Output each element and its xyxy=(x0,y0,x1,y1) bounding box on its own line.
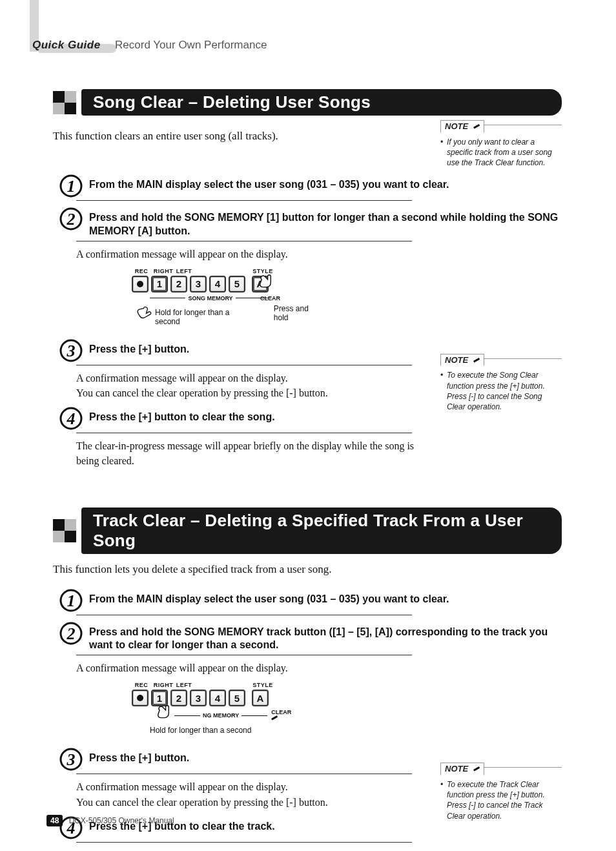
note-label: NOTE xyxy=(440,120,484,133)
section1-heading: Song Clear – Deleting User Songs xyxy=(81,89,562,116)
step3-text: Press the [+] button. xyxy=(89,339,435,356)
step4-text: Press the [+] button to clear the song. xyxy=(89,407,435,424)
svg-text:3: 3 xyxy=(67,342,76,360)
s2-step2-body: A confirmation message will appear on th… xyxy=(76,661,425,675)
svg-text:2: 2 xyxy=(67,210,76,229)
note-text: To execute the Track Clear function pres… xyxy=(440,779,562,821)
button-3: 3 xyxy=(190,276,207,292)
label-rec: REC xyxy=(130,268,152,274)
button-4: 4 xyxy=(209,276,226,292)
hand-icon xyxy=(155,702,172,722)
label-right: RIGHT xyxy=(152,682,174,688)
footer-text: DGX-505/305 Owner's Manual xyxy=(69,816,174,825)
button-5: 5 xyxy=(229,690,245,706)
button-5: 5 xyxy=(229,276,245,292)
section2-note: NOTE To execute the Track Clear function… xyxy=(440,767,562,821)
hand-icon xyxy=(137,304,152,322)
label-right: RIGHT xyxy=(152,268,174,274)
label-left: LEFT xyxy=(174,268,194,274)
label-rec: REC xyxy=(130,682,152,688)
step3-body2: You can cancel the clear operation by pr… xyxy=(76,385,425,400)
section2-heading: Track Clear – Deleting a Specified Track… xyxy=(81,508,562,554)
section1-note1: NOTE If you only want to clear a specifi… xyxy=(440,125,562,168)
step-rule xyxy=(76,433,412,433)
step-rule xyxy=(76,241,412,241)
button-1: 1 xyxy=(151,276,168,292)
checker-icon xyxy=(53,519,76,542)
page-footer: 48 DGX-505/305 Owner's Manual xyxy=(46,815,174,826)
caption-hold: Hold for longer than a second xyxy=(150,726,298,735)
s2-step3-text: Press the [+] button. xyxy=(89,748,435,765)
label-left: LEFT xyxy=(174,682,194,688)
section-heading-row: Song Clear – Deleting User Songs xyxy=(53,89,562,116)
rec-button-icon xyxy=(132,276,149,292)
section1-step2: 2 Press and hold the SONG MEMORY [1] but… xyxy=(59,207,562,238)
button-2: 2 xyxy=(170,276,187,292)
song-memory-diagram-1: REC RIGHT LEFT STYLE 1 2 3 4 5 A xyxy=(130,268,324,326)
step-rule xyxy=(76,615,412,615)
section2-step1: 1 From the MAIN display select the user … xyxy=(59,589,562,612)
clear-label: CLEAR xyxy=(252,294,280,302)
step-rule xyxy=(76,842,412,843)
step-number-3-icon: 3 xyxy=(59,748,83,771)
s2-step2-text: Press and hold the SONG MEMORY track but… xyxy=(89,622,562,653)
step-number-2-icon: 2 xyxy=(59,622,83,645)
svg-text:4: 4 xyxy=(67,409,76,428)
step1-text: From the MAIN display select the user so… xyxy=(89,174,562,192)
note-label: NOTE xyxy=(440,763,484,775)
svg-text:1: 1 xyxy=(67,591,76,610)
note-label: NOTE xyxy=(440,354,484,367)
step2-body: A confirmation message will appear on th… xyxy=(76,247,425,261)
s2-step4-body: The clear-in-progress message will appea… xyxy=(76,848,425,851)
step-number-1-icon: 1 xyxy=(59,174,83,198)
s2-step3-body2: You can cancel the clear operation by pr… xyxy=(76,795,425,810)
step-rule xyxy=(76,655,412,655)
button-3: 3 xyxy=(190,690,207,706)
hand-icon xyxy=(257,272,274,291)
section2-intro: This function lets you delete a specifie… xyxy=(53,563,562,576)
note-text: If you only want to clear a specific tra… xyxy=(440,137,562,169)
button-2: 2 xyxy=(170,690,187,706)
step-number-2-icon: 2 xyxy=(59,207,83,231)
step2-text: Press and hold the SONG MEMORY [1] butto… xyxy=(89,207,562,238)
step4-body: The clear-in-progress message will appea… xyxy=(76,438,425,468)
button-a: A xyxy=(252,690,269,706)
note-text: To execute the Song Clear function press… xyxy=(440,370,562,412)
section1-note2: NOTE To execute the Song Clear function … xyxy=(440,358,562,412)
step-rule xyxy=(76,365,412,365)
step-rule xyxy=(76,774,412,774)
step3-body1: A confirmation message will appear on th… xyxy=(76,371,425,385)
button-4: 4 xyxy=(209,690,226,706)
manual-page: Quick Guide Record Your Own Performance … xyxy=(0,0,616,851)
rec-button-icon xyxy=(132,690,149,706)
section2-step2: 2 Press and hold the SONG MEMORY track b… xyxy=(59,622,562,653)
page-number: 48 xyxy=(46,815,63,826)
caption-hold: Hold for longer than a second xyxy=(155,304,254,326)
section1-step3: 3 Press the [+] button. xyxy=(59,339,435,362)
section2-step3: 3 Press the [+] button. xyxy=(59,748,435,771)
step-number-4-icon: 4 xyxy=(59,407,83,430)
svg-text:2: 2 xyxy=(67,624,76,643)
song-memory-label: SONG MEMORY xyxy=(185,295,235,302)
step-number-1-icon: 1 xyxy=(59,589,83,612)
section1-step1: 1 From the MAIN display select the user … xyxy=(59,174,562,198)
breadcrumb: Quick Guide Record Your Own Performance xyxy=(32,39,267,52)
song-memory-label: NG MEMORY xyxy=(200,712,241,719)
breadcrumb-guide: Quick Guide xyxy=(32,39,101,51)
section2-heading-row: Track Clear – Deleting a Specified Track… xyxy=(53,508,562,554)
clear-label: CLEAR xyxy=(267,708,298,722)
s2-step3-body1: A confirmation message will appear on th… xyxy=(76,779,425,794)
label-style: STYLE xyxy=(252,682,274,688)
song-memory-diagram-2: REC RIGHT LEFT STYLE 1 2 3 4 5 A NG MEMO… xyxy=(130,682,298,735)
s2-step1-text: From the MAIN display select the user so… xyxy=(89,589,562,606)
section1-intro: This function clears an entire user song… xyxy=(53,130,435,143)
step-rule xyxy=(76,200,412,201)
section1-step4: 4 Press the [+] button to clear the song… xyxy=(59,407,435,430)
svg-text:3: 3 xyxy=(67,750,76,769)
step-number-3-icon: 3 xyxy=(59,339,83,362)
svg-text:1: 1 xyxy=(67,177,76,196)
breadcrumb-sub: Record Your Own Performance xyxy=(115,39,267,51)
caption-press-hold: Press and hold xyxy=(274,304,324,322)
checker-icon xyxy=(53,91,76,114)
